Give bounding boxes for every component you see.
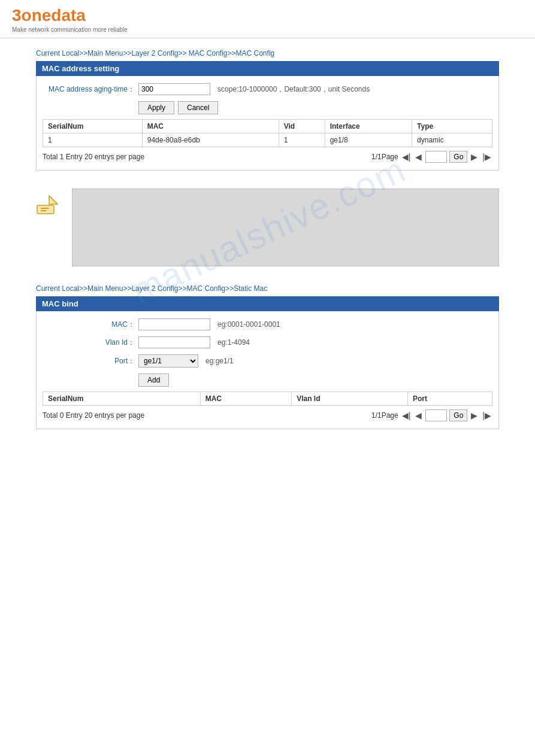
pagination-1: Total 1 Entry 20 entrys per page 1/1Page… (43, 151, 492, 163)
cell-vid: 1 (279, 133, 325, 147)
panel-header-1: MAC address setting (36, 61, 499, 76)
mac-bind-vlanid-label: Vlan Id： (43, 338, 138, 348)
aging-time-row: MAC address aging-time： scope:10-1000000… (43, 83, 492, 95)
mac-bind-mac-row: MAC： eg:0001-0001-0001 (43, 318, 492, 330)
bind-col-mac: MAC (200, 392, 291, 406)
page-info-2: 1/1Page (371, 411, 398, 420)
pagination-2: Total 0 Entry 20 entrys per page 1/1Page… (43, 409, 492, 421)
mac-bind-port-select[interactable]: ge1/1ge1/2ge1/3ge1/4ge1/5ge1/6ge1/7ge1/8 (138, 354, 198, 368)
panel-header-2: MAC bind (36, 296, 499, 311)
prev-page-btn-2[interactable]: ◀ (414, 411, 423, 420)
page-controls-2: 1/1Page ◀| ◀ Go ▶ |▶ (371, 409, 492, 421)
mac-bind-port-hint: eg:ge1/1 (205, 357, 234, 365)
prev-page-btn-1[interactable]: ◀ (414, 152, 423, 162)
first-page-btn-2[interactable]: ◀| (401, 411, 412, 420)
cell-mac: 94de-80a8-e6db (142, 133, 279, 147)
mac-bind-table: SerialNum MAC Vlan Id Port (43, 391, 492, 406)
cell-type: dynamic (412, 133, 492, 147)
aging-time-hint: scope:10-1000000，Default:300，unit Second… (217, 84, 370, 95)
mac-bind-port-row: Port： ge1/1ge1/2ge1/3ge1/4ge1/5ge1/6ge1/… (43, 354, 492, 368)
first-page-btn-1[interactable]: ◀| (401, 152, 412, 162)
mac-bind-vlanid-input[interactable] (138, 336, 210, 348)
breadcrumb-2: Current Local>>Main Menu>>Layer 2 Config… (36, 284, 499, 293)
page-controls-1: 1/1Page ◀| ◀ Go ▶ |▶ (371, 151, 492, 163)
panel-body-1: MAC address aging-time： scope:10-1000000… (36, 76, 499, 171)
breadcrumb-1: Current Local>>Main Menu>>Layer 2 Config… (36, 49, 499, 57)
logo-accent: 3 (12, 6, 22, 25)
bind-col-vlanid: Vlan Id (292, 392, 408, 406)
apply-button[interactable]: Apply (138, 101, 174, 114)
logo-tagline: Make network communication more reliable (12, 26, 523, 33)
logo: 3onedata (12, 6, 523, 25)
add-button[interactable]: Add (138, 374, 169, 387)
mac-bind-port-label: Port： (43, 356, 138, 366)
col-vid: Vid (279, 120, 325, 133)
bind-col-port: Port (407, 392, 492, 406)
page-info-1: 1/1Page (371, 153, 398, 161)
mac-bind-mac-hint: eg:0001-0001-0001 (217, 320, 280, 329)
go-button-2[interactable]: Go (449, 409, 467, 421)
panel-body-2: MAC： eg:0001-0001-0001 Vlan Id： eg:1-409… (36, 311, 499, 429)
last-page-btn-2[interactable]: |▶ (481, 411, 492, 420)
mac-bind-vlanid-row: Vlan Id： eg:1-4094 (43, 336, 492, 348)
mac-table: SerialNum MAC Vid Interface Type 1 94de-… (43, 119, 492, 147)
page-number-input-1[interactable] (425, 151, 447, 163)
mac-bind-section: Current Local>>Main Menu>>Layer 2 Config… (36, 284, 499, 429)
table-row: 1 94de-80a8-e6db 1 ge1/8 dynamic (43, 133, 492, 147)
aging-time-label: MAC address aging-time： (43, 84, 138, 95)
action-buttons-1: Apply Cancel (43, 101, 492, 114)
last-page-btn-1[interactable]: |▶ (481, 152, 492, 162)
col-interface: Interface (325, 120, 412, 133)
mid-area (36, 189, 499, 266)
col-mac: MAC (142, 120, 279, 133)
cancel-button[interactable]: Cancel (178, 101, 218, 114)
logo-main: onedata (22, 6, 86, 25)
mac-bind-mac-label: MAC： (43, 320, 138, 330)
next-page-btn-2[interactable]: ▶ (470, 411, 479, 420)
svg-rect-3 (41, 210, 47, 211)
header: 3onedata Make network communication more… (0, 0, 535, 38)
page-number-input-2[interactable] (425, 409, 447, 421)
svg-rect-2 (41, 208, 49, 209)
gray-content-box (72, 189, 499, 266)
svg-rect-0 (37, 205, 54, 214)
aging-time-input[interactable] (138, 83, 210, 95)
bind-col-serial: SerialNum (43, 392, 201, 406)
col-serial: SerialNum (43, 120, 143, 133)
cell-serial: 1 (43, 133, 143, 147)
add-button-row: Add (43, 374, 492, 387)
go-button-1[interactable]: Go (449, 151, 467, 163)
next-page-btn-1[interactable]: ▶ (470, 152, 479, 162)
svg-marker-1 (49, 196, 58, 204)
total-entries-1: Total 1 Entry 20 entrys per page (43, 153, 144, 161)
col-type: Type (412, 120, 492, 133)
mac-bind-vlanid-hint: eg:1-4094 (217, 338, 250, 347)
mac-bind-mac-input[interactable] (138, 318, 210, 330)
mac-config-section: Current Local>>Main Menu>>Layer 2 Config… (36, 49, 499, 171)
cell-interface: ge1/8 (325, 133, 412, 147)
total-entries-2: Total 0 Entry 20 entrys per page (43, 411, 144, 420)
edit-icon (36, 195, 60, 217)
